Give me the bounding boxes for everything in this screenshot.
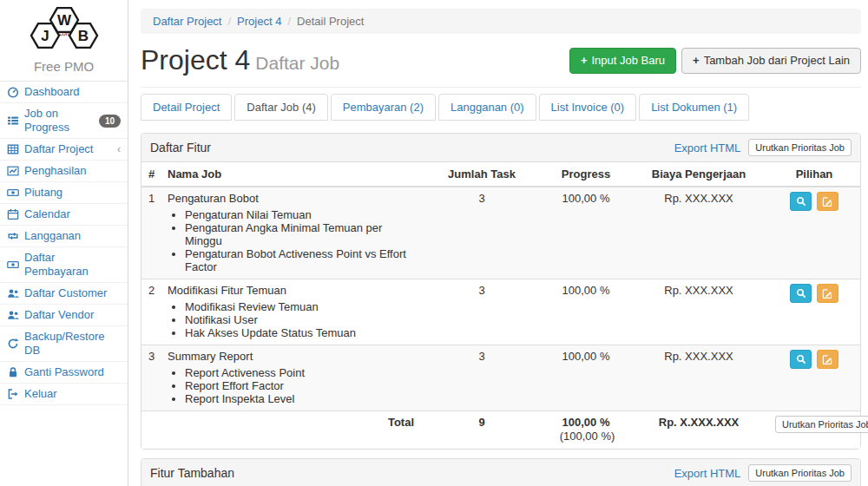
export-html-link[interactable]: Export HTML — [674, 467, 741, 480]
row-number: 1 — [141, 187, 161, 279]
sidebar-item-label: Ganti Password — [24, 365, 104, 379]
breadcrumb: Daftar Project/Project 4/Detail Project — [141, 9, 861, 34]
col-progress: Progress — [542, 162, 629, 187]
view-job-button[interactable] — [790, 192, 812, 211]
progress-value: 100,00 % — [542, 187, 629, 279]
refresh-icon — [6, 338, 19, 350]
edit-icon — [822, 196, 832, 207]
job-count-badge: 10 — [99, 115, 121, 128]
chevron-left-icon: ‹ — [117, 142, 121, 156]
line-chart-icon — [6, 165, 19, 177]
retweet-icon — [6, 230, 19, 242]
subtask-item: Report Inspekta Level — [185, 392, 414, 405]
project-tabs: Detail Project Daftar Job (4) Pembayaran… — [141, 94, 861, 121]
job-cell: Modifikasi Fitur Temuan Modifikasi Revie… — [161, 279, 421, 345]
sidebar-item-label: Daftar Pembayaran — [24, 251, 121, 279]
tab-detail-project[interactable]: Detail Project — [141, 94, 232, 121]
row-number: 2 — [141, 279, 161, 345]
panel-title: Fitur Tambahan — [150, 466, 234, 480]
subtask-item: Pengaturan Bobot Activeness Point vs Eff… — [185, 247, 414, 273]
svg-text:.com: .com — [57, 30, 70, 36]
search-icon — [796, 288, 806, 299]
sidebar-item-daftar-project[interactable]: Daftar Project ‹ — [0, 139, 128, 161]
table-icon — [6, 143, 19, 155]
sidebar-item-keluar[interactable]: Keluar — [0, 384, 128, 405]
total-label: Total — [141, 411, 421, 450]
svg-text:J: J — [41, 28, 49, 44]
sidebar-item-job-on-progress[interactable]: Job on Progress 10 — [0, 103, 128, 139]
edit-job-button[interactable] — [817, 350, 838, 369]
subtask-item: Pengaturan Nilai Temuan — [185, 208, 414, 221]
sidebar-item-label: Daftar Vendor — [24, 308, 94, 322]
progress-value: 100,00 % — [542, 345, 629, 411]
breadcrumb-link-daftar-project[interactable]: Daftar Project — [153, 15, 221, 28]
tab-list-invoice[interactable]: List Invoice (0) — [539, 94, 637, 121]
sidebar-item-daftar-pembayaran[interactable]: Daftar Pembayaran — [0, 247, 128, 283]
breadcrumb-separator: / — [227, 15, 231, 28]
total-row: Total 9 100,00 %(100,00 %) Rp. X.XXX.XXX… — [141, 411, 860, 450]
sidebar-item-label: Langganan — [24, 229, 81, 243]
export-html-link[interactable]: Export HTML — [674, 141, 741, 154]
cost-value: Rp. XXX.XXX — [629, 187, 768, 279]
edit-job-button[interactable] — [817, 284, 838, 303]
urutkan-prioritas-job-button[interactable]: Urutkan Prioritas Job — [748, 139, 852, 156]
sidebar-item-label: Dashboard — [24, 85, 80, 99]
tab-daftar-job[interactable]: Daftar Job (4) — [234, 94, 327, 121]
panel-title: Daftar Fitur — [150, 141, 211, 154]
actions-cell — [768, 187, 860, 279]
search-icon — [796, 196, 806, 207]
sidebar-item-penghasilan[interactable]: Penghasilan — [0, 161, 128, 182]
cost-value: Rp. XXX.XXX — [629, 279, 768, 345]
brand-logo: W J B .com Free PMO — [0, 0, 128, 82]
view-job-button[interactable] — [790, 284, 812, 303]
money-icon — [6, 187, 19, 199]
view-job-button[interactable] — [790, 350, 812, 369]
progress-value: 100,00 % — [542, 279, 629, 345]
main-content: Daftar Project/Project 4/Detail Project … — [128, 0, 868, 486]
sidebar-item-piutang[interactable]: Piutang — [0, 182, 128, 204]
total-progress: 100,00 %(100,00 %) — [542, 411, 629, 450]
sidebar-item-calendar[interactable]: Calendar — [0, 204, 128, 226]
job-cell: Pengaturan Bobot Pengaturan Nilai Temuan… — [161, 187, 421, 279]
col-biaya-pengerjaan: Biaya Pengerjaan — [629, 162, 768, 187]
panel-daftar-fitur: Daftar Fitur Export HTML Urutkan Priorit… — [141, 133, 861, 450]
svg-text:W: W — [56, 12, 71, 29]
urutkan-prioritas-job-button[interactable]: Urutkan Prioritas Job — [775, 416, 868, 433]
actions-cell — [768, 345, 860, 411]
tab-pembayaran[interactable]: Pembayaran (2) — [331, 94, 436, 121]
sidebar-item-ganti-password[interactable]: Ganti Password — [0, 362, 128, 384]
tambah-job-dari-project-lain-button[interactable]: +Tambah Job dari Project Lain — [681, 48, 861, 74]
tab-list-dokumen[interactable]: List Dokumen (1) — [639, 94, 749, 121]
plus-icon: + — [581, 54, 588, 68]
breadcrumb-link-project-4[interactable]: Project 4 — [237, 15, 281, 28]
sidebar-item-langganan[interactable]: Langganan — [0, 226, 128, 247]
edit-icon — [822, 288, 832, 299]
panel-heading: Fitur Tambahan Export HTML Urutkan Prior… — [141, 459, 860, 486]
sidebar-nav: Dashboard Job on Progress 10 Daftar Proj… — [0, 82, 128, 405]
sidebar-item-backup-restore-db[interactable]: Backup/Restore DB — [0, 326, 128, 362]
task-count: 3 — [421, 187, 542, 279]
sidebar-item-dashboard[interactable]: Dashboard — [0, 82, 128, 103]
sidebar-item-daftar-customer[interactable]: Daftar Customer — [0, 283, 128, 305]
job-name: Modifikasi Fitur Temuan — [168, 284, 286, 297]
plus-icon: + — [693, 54, 700, 68]
col-number: # — [141, 162, 161, 187]
row-number: 3 — [141, 345, 161, 411]
subtask-item: Hak Akses Update Status Temuan — [185, 326, 414, 339]
tab-langganan[interactable]: Langganan (0) — [438, 94, 536, 121]
input-job-baru-button[interactable]: +Input Job Baru — [569, 48, 676, 74]
subtask-item: Modifikasi Review Temuan — [185, 300, 414, 313]
task-count: 3 — [421, 345, 542, 411]
sidebar-item-daftar-vendor[interactable]: Daftar Vendor — [0, 305, 128, 326]
svg-text:B: B — [77, 28, 88, 44]
users-icon — [6, 287, 19, 299]
breadcrumb-current: Detail Project — [297, 15, 364, 28]
sidebar-item-label: Job on Progress — [24, 107, 94, 135]
task-count: 3 — [421, 279, 542, 345]
calendar-icon — [6, 208, 19, 220]
job-name: Pengaturan Bobot — [168, 192, 259, 205]
search-icon — [796, 354, 806, 364]
total-cost: Rp. X.XXX.XXX — [629, 411, 768, 450]
urutkan-prioritas-job-button[interactable]: Urutkan Prioritas Job — [748, 464, 852, 482]
edit-job-button[interactable] — [817, 192, 838, 211]
